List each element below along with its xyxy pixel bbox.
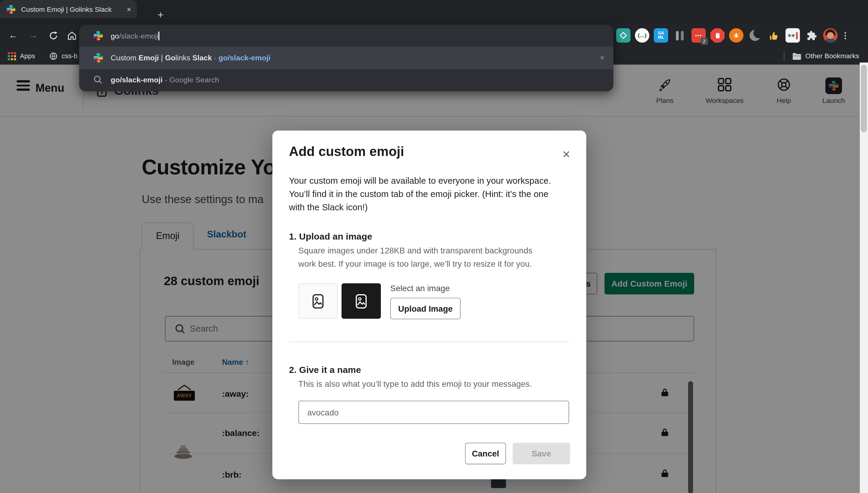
extensions-row: {…} SA ML ••• 2 ✱✱ bbox=[616, 26, 848, 45]
forward-button[interactable]: → bbox=[25, 28, 41, 43]
extension-badge: 2 bbox=[701, 38, 708, 45]
modal-close-icon[interactable]: × bbox=[558, 146, 575, 163]
stop-hand-extension-icon[interactable] bbox=[710, 28, 725, 43]
braces-extension-icon[interactable]: {…} bbox=[635, 28, 650, 43]
step2-description: This is also what you’ll type to add thi… bbox=[298, 379, 532, 388]
bookmark-other[interactable]: Other Bookmarks bbox=[784, 51, 859, 61]
step1-heading: 1. Upload an image bbox=[289, 231, 372, 242]
tab-close-icon[interactable]: × bbox=[127, 5, 131, 13]
bug-extension-icon[interactable] bbox=[729, 28, 744, 43]
bookmark-apps[interactable]: Apps bbox=[8, 51, 35, 60]
save-button[interactable]: Save bbox=[512, 443, 570, 464]
reload-button[interactable] bbox=[45, 28, 61, 43]
modal-divider bbox=[289, 342, 569, 342]
home-icon bbox=[67, 30, 77, 40]
password-extension-icon[interactable]: ✱✱ bbox=[786, 28, 800, 43]
omnibox-popup: go/slack-emoji Custom Emoji | Golinks Sl… bbox=[79, 25, 613, 91]
browser-menu-kebab-icon[interactable]: ⋮ bbox=[842, 28, 849, 43]
image-file-icon bbox=[311, 294, 325, 309]
step1-description-line: work best. If your image is too large, w… bbox=[298, 259, 532, 268]
step1-description-line: Square images under 128KB and with trans… bbox=[298, 245, 532, 255]
suggestion-item-search[interactable]: go/slack-emoji - Google Search bbox=[79, 69, 613, 90]
apps-grid-icon bbox=[8, 51, 16, 60]
slack-favicon-icon bbox=[7, 5, 15, 14]
modal-title: Add custom emoji bbox=[289, 144, 404, 159]
emoji-preview-light bbox=[298, 283, 338, 319]
emoji-preview-dark bbox=[342, 283, 381, 319]
select-image-label: Select an image bbox=[390, 283, 450, 293]
url-input[interactable]: go/slack-emoji bbox=[79, 25, 613, 47]
add-emoji-modal: Add custom emoji × Your custom emoji wil… bbox=[272, 131, 586, 479]
reload-icon bbox=[48, 31, 58, 40]
text-caret bbox=[158, 31, 160, 40]
dark-mode-moon-icon[interactable] bbox=[748, 28, 762, 43]
thumbs-up-extension-icon[interactable] bbox=[767, 28, 781, 43]
back-button[interactable]: ← bbox=[5, 28, 21, 43]
bookmark-css[interactable]: css-b bbox=[49, 51, 78, 60]
modal-description-line: You’ll find it in the custom tab of the … bbox=[289, 189, 548, 199]
cancel-button[interactable]: Cancel bbox=[465, 443, 506, 464]
bookmarks-divider bbox=[784, 51, 784, 61]
modal-description-line: with the Slack icon!) bbox=[289, 202, 367, 212]
tab-title: Custom Emoji | Golinks Slack bbox=[21, 5, 127, 13]
slack-favicon-icon bbox=[93, 31, 103, 40]
new-tab-button[interactable]: + bbox=[154, 8, 167, 22]
teal-extension-icon[interactable] bbox=[616, 28, 631, 43]
pause-extension-icon[interactable] bbox=[673, 28, 687, 43]
modal-description-line: Your custom emoji will be available to e… bbox=[289, 176, 551, 186]
remove-suggestion-icon[interactable]: × bbox=[600, 53, 605, 62]
folder-icon bbox=[792, 51, 801, 60]
browser-window: Custom Emoji | Golinks Slack × + ← → {…}… bbox=[0, 0, 868, 493]
emoji-name-input[interactable] bbox=[298, 401, 569, 424]
saml-extension-icon[interactable]: SA ML bbox=[654, 28, 668, 43]
image-file-icon bbox=[354, 294, 368, 309]
red-dots-extension-icon[interactable]: ••• 2 bbox=[692, 28, 706, 43]
url-text: go/slack-emoji bbox=[111, 31, 160, 40]
upload-image-button[interactable]: Upload Image bbox=[390, 298, 461, 320]
browser-tab[interactable]: Custom Emoji | Golinks Slack × bbox=[0, 0, 137, 18]
profile-avatar[interactable] bbox=[823, 28, 838, 43]
search-icon bbox=[93, 75, 103, 84]
puzzle-extensions-icon[interactable] bbox=[804, 28, 819, 43]
tab-strip: Custom Emoji | Golinks Slack × + bbox=[0, 0, 868, 24]
browser-scrollbar-thumb[interactable] bbox=[861, 65, 867, 132]
slack-favicon-icon bbox=[93, 53, 103, 62]
step2-heading: 2. Give it a name bbox=[289, 365, 361, 375]
suggestion-item-selected[interactable]: Custom Emoji | Golinks Slack - go/slack-… bbox=[79, 46, 613, 69]
globe-icon bbox=[49, 51, 58, 60]
home-button[interactable] bbox=[64, 28, 80, 43]
